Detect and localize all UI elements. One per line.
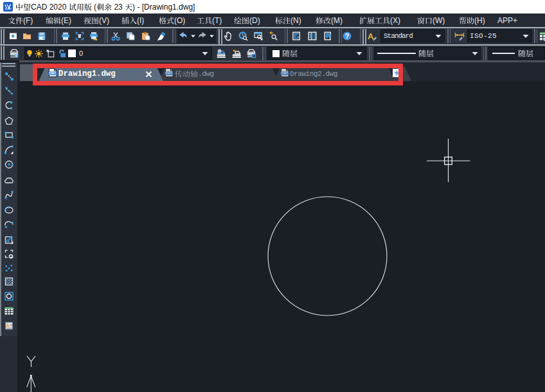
svg-text:A: A bbox=[6, 323, 9, 327]
svg-text:?: ? bbox=[345, 33, 349, 40]
svg-text:A: A bbox=[368, 31, 374, 41]
